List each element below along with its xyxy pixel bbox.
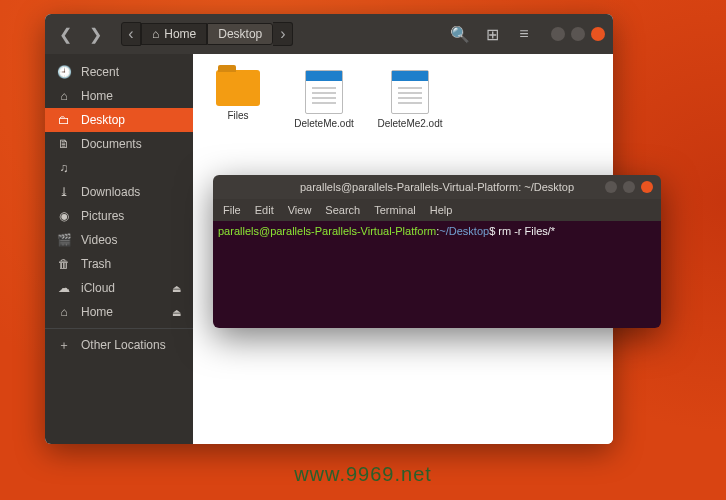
sidebar-label: iCloud (81, 281, 115, 295)
sidebar-label: Documents (81, 137, 142, 151)
sidebar-label: Home (81, 305, 113, 319)
path-home[interactable]: ⌂ Home (141, 23, 207, 45)
terminal-minimize-button[interactable] (605, 181, 617, 193)
path-next-button[interactable]: › (273, 22, 293, 46)
sidebar-item-iCloud[interactable]: ☁iCloud⏏ (45, 276, 193, 300)
view-mode-icon[interactable]: ⊞ (479, 21, 505, 47)
path-prev-button[interactable]: ‹ (121, 22, 141, 46)
maximize-button[interactable] (571, 27, 585, 41)
path-current-label: Desktop (218, 27, 262, 41)
sidebar-item-Desktop[interactable]: 🗀Desktop (45, 108, 193, 132)
sidebar-icon: ♫ (57, 161, 71, 175)
sidebar-item-Home[interactable]: ⌂Home⏏ (45, 300, 193, 324)
file-DeleteMe2.odt[interactable]: DeleteMe2.odt (381, 70, 439, 129)
sidebar-label: Downloads (81, 185, 140, 199)
path-desktop[interactable]: Desktop (207, 23, 273, 45)
sidebar-item-Downloads[interactable]: ⤓Downloads (45, 180, 193, 204)
terminal-body[interactable]: parallels@parallels-Parallels-Virtual-Pl… (213, 221, 661, 328)
sidebar-label: Videos (81, 233, 117, 247)
sidebar-item-Pictures[interactable]: ◉Pictures (45, 204, 193, 228)
sidebar-icon: 🗀 (57, 113, 71, 127)
sidebar-icon: 🗑 (57, 257, 71, 271)
menu-terminal[interactable]: Terminal (374, 204, 416, 216)
file-manager-header: ❮ ❯ ‹ ⌂ Home Desktop › 🔍 ⊞ ≡ (45, 14, 613, 54)
sidebar-label: Pictures (81, 209, 124, 223)
doc-icon (305, 70, 343, 114)
sidebar-item-Recent[interactable]: 🕘Recent (45, 60, 193, 84)
file-label: DeleteMe.odt (294, 118, 353, 129)
sidebar-icon: 🕘 (57, 65, 71, 79)
window-controls (551, 27, 605, 41)
menu-help[interactable]: Help (430, 204, 453, 216)
terminal-close-button[interactable] (641, 181, 653, 193)
sidebar-icon: ⤓ (57, 185, 71, 199)
folder-icon (216, 70, 260, 106)
terminal-command: rm -r Files/* (498, 225, 555, 237)
sidebar-item-Videos[interactable]: 🎬Videos (45, 228, 193, 252)
sidebar-icon: 🎬 (57, 233, 71, 247)
sidebar-label: Other Locations (81, 338, 166, 352)
file-label: Files (227, 110, 248, 121)
breadcrumb: ‹ ⌂ Home Desktop › (121, 22, 293, 46)
eject-icon[interactable]: ⏏ (172, 307, 181, 318)
file-Files[interactable]: Files (209, 70, 267, 121)
sidebar-label: Desktop (81, 113, 125, 127)
terminal-title-text: parallels@parallels-Parallels-Virtual-Pl… (300, 181, 574, 193)
file-label: DeleteMe2.odt (377, 118, 442, 129)
sidebar-label: Recent (81, 65, 119, 79)
sidebar-icon: ☁ (57, 281, 71, 295)
sidebar-icon: ＋ (57, 337, 71, 354)
close-button[interactable] (591, 27, 605, 41)
sidebar-icon: ◉ (57, 209, 71, 223)
terminal-path: ~/Desktop (439, 225, 489, 237)
terminal-user: parallels@parallels-Parallels-Virtual-Pl… (218, 225, 436, 237)
sidebar-item-Other Locations[interactable]: ＋Other Locations (45, 333, 193, 357)
minimize-button[interactable] (551, 27, 565, 41)
sidebar: 🕘Recent⌂Home🗀Desktop🗎Documents♫⤓Download… (45, 54, 193, 444)
file-DeleteMe.odt[interactable]: DeleteMe.odt (295, 70, 353, 129)
watermark: www.9969.net (294, 463, 432, 486)
sidebar-item-Trash[interactable]: 🗑Trash (45, 252, 193, 276)
doc-icon (391, 70, 429, 114)
path-home-label: Home (164, 27, 196, 41)
terminal-titlebar[interactable]: parallels@parallels-Parallels-Virtual-Pl… (213, 175, 661, 199)
menu-file[interactable]: File (223, 204, 241, 216)
forward-button[interactable]: ❯ (83, 22, 107, 46)
menu-search[interactable]: Search (325, 204, 360, 216)
terminal-menubar: FileEditViewSearchTerminalHelp (213, 199, 661, 221)
sidebar-item-Documents[interactable]: 🗎Documents (45, 132, 193, 156)
back-button[interactable]: ❮ (53, 22, 77, 46)
search-icon[interactable]: 🔍 (447, 21, 473, 47)
sidebar-icon: ⌂ (57, 305, 71, 319)
menu-edit[interactable]: Edit (255, 204, 274, 216)
sidebar-item-4[interactable]: ♫ (45, 156, 193, 180)
sidebar-label: Home (81, 89, 113, 103)
eject-icon[interactable]: ⏏ (172, 283, 181, 294)
menu-view[interactable]: View (288, 204, 312, 216)
home-icon: ⌂ (152, 27, 159, 41)
sidebar-item-Home[interactable]: ⌂Home (45, 84, 193, 108)
sidebar-icon: 🗎 (57, 137, 71, 151)
terminal-window-controls (605, 181, 653, 193)
terminal-maximize-button[interactable] (623, 181, 635, 193)
terminal-window: parallels@parallels-Parallels-Virtual-Pl… (213, 175, 661, 328)
menu-icon[interactable]: ≡ (511, 21, 537, 47)
sidebar-label: Trash (81, 257, 111, 271)
sidebar-icon: ⌂ (57, 89, 71, 103)
